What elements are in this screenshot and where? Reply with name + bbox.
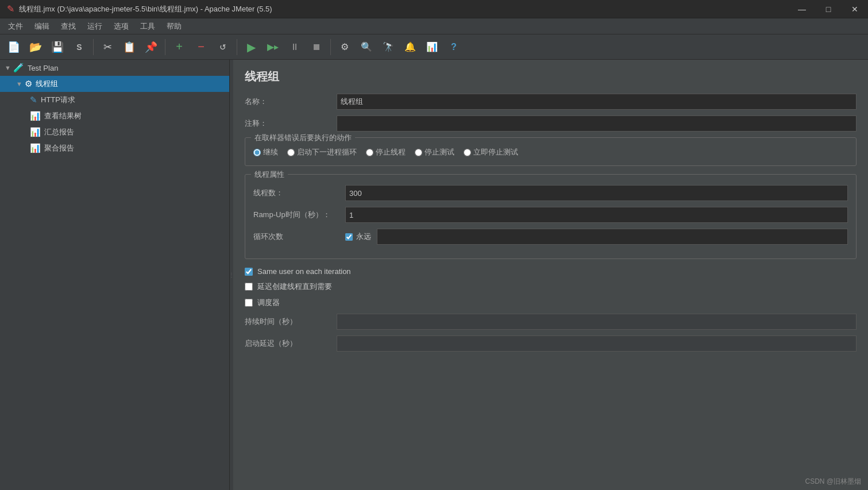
window-controls: — □ ✕ — [789, 0, 868, 18]
open-button[interactable]: 📂 — [25, 37, 46, 57]
title-bar: ✎ 线程组.jmx (D:\java\apache-jmeter-5.5\bin… — [0, 0, 868, 18]
tree-item-testplan[interactable]: ▼ 🧪 Test Plan — [0, 60, 229, 76]
list-button[interactable]: 📊 — [422, 37, 442, 57]
error-radio-group: 继续 启动下一进程循环 停止线程 停止测试 立即停止测试 — [253, 147, 848, 157]
menu-edit[interactable]: 编辑 — [29, 20, 55, 33]
name-input[interactable] — [337, 94, 857, 110]
remove-button[interactable]: − — [191, 37, 211, 57]
app-icon: ✎ — [7, 3, 14, 14]
save-as-button[interactable]: S — [69, 37, 90, 57]
menu-file[interactable]: 文件 — [2, 20, 29, 33]
radio-stop-test[interactable]: 停止测试 — [415, 147, 454, 157]
thread-count-input[interactable] — [345, 185, 848, 201]
remote-button[interactable]: 🔭 — [378, 37, 399, 57]
scheduler-row: 调度器 — [245, 298, 857, 308]
radio-stop-now[interactable]: 立即停止测试 — [464, 147, 518, 157]
start-no-pause[interactable]: ▶▸ — [263, 37, 283, 57]
name-label: 名称： — [245, 97, 337, 107]
maximize-button[interactable]: □ — [815, 0, 842, 18]
startup-delay-label: 启动延迟（秒） — [245, 338, 337, 349]
tree-label-httprequest: HTTP请求 — [41, 95, 75, 105]
pause-button[interactable]: ⏸ — [284, 37, 305, 57]
delay-create-checkbox[interactable] — [245, 283, 253, 291]
tree-label-threadgroup: 线程组 — [36, 79, 58, 89]
testplan-icon: 🧪 — [13, 63, 24, 73]
tree-item-threadgroup[interactable]: ▼ ⚙ 线程组 — [0, 76, 229, 92]
loop-forever-checkbox[interactable] — [345, 233, 353, 241]
same-user-label: Same user on each iteration — [257, 267, 351, 276]
settings-button[interactable]: ⚙ — [334, 37, 355, 57]
loop-count-label: 循环次数 — [253, 232, 345, 242]
thread-count-row: 线程数： — [253, 185, 848, 201]
comment-input[interactable] — [337, 115, 857, 132]
scheduler-label: 调度器 — [257, 298, 280, 308]
comment-row: 注释： — [245, 115, 857, 132]
tree-item-resulttree[interactable]: 📊 查看结果树 — [0, 108, 229, 124]
search-button[interactable]: 🔍 — [356, 37, 377, 57]
error-section: 在取样器错误后要执行的动作 继续 启动下一进程循环 停止线程 停止测试 立即停止… — [245, 137, 857, 166]
radio-stop-thread[interactable]: 停止线程 — [366, 147, 406, 157]
loop-forever-text: 永远 — [356, 232, 371, 242]
toolbar: 📄 📂 💾 S ✂ 📋 📌 + − ↺ ▶ ▶▸ ⏸ ⏹ ⚙ 🔍 🔭 🔔 📊 ? — [0, 34, 868, 60]
tree-label-summaryreport: 汇总报告 — [44, 127, 74, 137]
radio-continue[interactable]: 继续 — [253, 147, 278, 157]
same-user-checkbox[interactable] — [245, 268, 253, 276]
sep2 — [165, 39, 165, 55]
sep1 — [93, 39, 94, 55]
summaryreport-icon: 📊 — [30, 127, 41, 137]
threadgroup-icon: ⚙ — [25, 79, 32, 89]
tree-item-httprequest[interactable]: ✎ HTTP请求 — [0, 92, 229, 108]
sidebar: ▼ 🧪 Test Plan ▼ ⚙ 线程组 ✎ HTTP请求 📊 查看结果树 📊… — [0, 60, 230, 490]
add-button[interactable]: + — [169, 37, 190, 57]
tree-label-testplan: Test Plan — [28, 64, 58, 72]
radio-next-loop[interactable]: 启动下一进程循环 — [287, 147, 357, 157]
cut-button[interactable]: ✂ — [97, 37, 118, 57]
menu-run[interactable]: 运行 — [82, 20, 108, 33]
resulttree-icon: 📊 — [30, 111, 41, 121]
menu-bar: 文件 编辑 查找 运行 选项 工具 帮助 — [0, 18, 868, 34]
startup-delay-row: 启动延迟（秒） — [245, 335, 857, 352]
duration-row: 持续时间（秒） — [245, 314, 857, 330]
new-button[interactable]: 📄 — [3, 37, 24, 57]
menu-options[interactable]: 选项 — [108, 20, 134, 33]
copy-button[interactable]: 📋 — [119, 37, 140, 57]
name-row: 名称： — [245, 94, 857, 110]
sep3 — [237, 39, 237, 55]
error-section-legend: 在取样器错误后要执行的动作 — [251, 133, 355, 143]
expand-icon-testplan: ▼ — [5, 64, 11, 71]
ramp-up-input[interactable] — [345, 207, 848, 223]
delay-create-label: 延迟创建线程直到需要 — [257, 281, 332, 292]
duration-label: 持续时间（秒） — [245, 317, 337, 327]
menu-help[interactable]: 帮助 — [161, 20, 187, 33]
content-panel: 线程组 名称： 注释： 在取样器错误后要执行的动作 继续 启动下一进程循环 停止 — [233, 60, 868, 490]
comment-label: 注释： — [245, 118, 337, 129]
startup-delay-input[interactable] — [337, 335, 857, 352]
save-button[interactable]: 💾 — [47, 37, 68, 57]
loop-forever-label[interactable]: 永远 — [345, 232, 371, 242]
scheduler-checkbox[interactable] — [245, 299, 253, 307]
loop-count-input[interactable] — [377, 229, 848, 245]
tree-item-summaryreport[interactable]: 📊 汇总报告 — [0, 124, 229, 140]
run-button[interactable]: ▶ — [241, 37, 261, 57]
minimize-button[interactable]: — — [789, 0, 815, 18]
loop-count-row: 循环次数 永远 — [253, 229, 848, 245]
stop-button[interactable]: ⏹ — [306, 37, 327, 57]
sep4 — [330, 39, 331, 55]
notify-button[interactable]: 🔔 — [400, 37, 421, 57]
httprequest-icon: ✎ — [30, 95, 37, 105]
tree-item-aggregatereport[interactable]: 📊 聚合报告 — [0, 140, 229, 156]
ramp-up-label: Ramp-Up时间（秒）： — [253, 210, 345, 220]
tree-label-aggregatereport: 聚合报告 — [44, 143, 74, 153]
thread-section: 线程属性 线程数： Ramp-Up时间（秒）： 循环次数 永远 — [245, 174, 857, 259]
same-user-row: Same user on each iteration — [245, 267, 857, 276]
menu-find[interactable]: 查找 — [55, 20, 82, 33]
paste-button[interactable]: 📌 — [141, 37, 161, 57]
delay-create-row: 延迟创建线程直到需要 — [245, 281, 857, 292]
reset-button[interactable]: ↺ — [213, 37, 233, 57]
help-button[interactable]: ? — [443, 37, 464, 57]
duration-input[interactable] — [337, 314, 857, 330]
tree-label-resulttree: 查看结果树 — [44, 111, 82, 121]
close-button[interactable]: ✕ — [842, 0, 868, 18]
menu-tools[interactable]: 工具 — [134, 20, 161, 33]
expand-icon-threadgroup: ▼ — [16, 80, 22, 87]
